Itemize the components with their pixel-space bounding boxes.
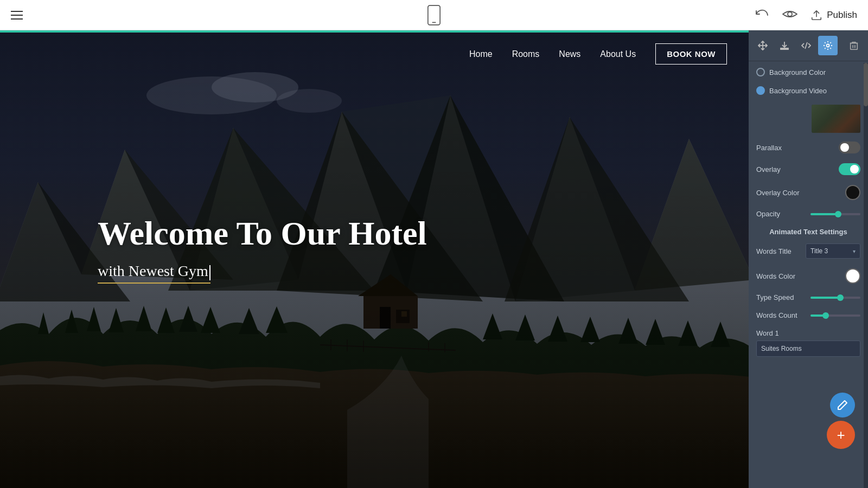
word-1-label: Word 1	[756, 329, 860, 337]
edit-icon	[837, 400, 848, 410]
text-cursor	[209, 265, 210, 280]
nav-rooms[interactable]: Rooms	[512, 49, 540, 59]
code-button[interactable]	[796, 36, 816, 55]
background-color-label: Background Color	[769, 68, 860, 76]
opacity-row: Opacity	[756, 210, 860, 218]
hamburger-menu[interactable]	[11, 11, 23, 20]
phone-icon	[426, 5, 442, 25]
thumbnail-row	[756, 105, 860, 133]
undo-button[interactable]	[755, 8, 769, 22]
words-count-slider[interactable]	[810, 314, 860, 317]
type-speed-row: Type Speed	[756, 293, 860, 301]
move-button[interactable]	[753, 36, 773, 55]
words-title-row: Words Title Title 3 ▾	[756, 243, 860, 259]
background-video-label: Background Video	[769, 87, 860, 95]
overlay-label: Overlay	[756, 165, 834, 174]
svg-line-32	[805, 42, 807, 49]
type-speed-slider[interactable]	[810, 297, 860, 299]
type-speed-fill	[810, 297, 840, 299]
topbar-right-controls: Publish	[755, 8, 857, 22]
words-count-knob[interactable]	[822, 312, 829, 319]
book-now-button[interactable]: BOOK NOW	[655, 43, 727, 65]
download-button[interactable]	[775, 36, 794, 55]
words-color-swatch[interactable]	[845, 268, 860, 284]
animated-text-heading: Animated Text Settings	[756, 228, 860, 236]
bg-color-radio[interactable]	[756, 68, 765, 76]
video-thumbnail[interactable]	[812, 105, 860, 133]
hero-text-block: Welcome To Our Hotel with Newest Gym	[98, 215, 427, 280]
nav-home[interactable]: Home	[469, 49, 493, 59]
word-1-section: Word 1	[756, 329, 860, 360]
type-speed-label: Type Speed	[756, 293, 806, 301]
words-title-value: Title 3	[810, 247, 828, 255]
opacity-slider[interactable]	[810, 213, 860, 215]
overlay-color-row: Overlay Color	[756, 185, 860, 200]
words-count-label: Words Count	[756, 311, 806, 319]
overlay-color-label: Overlay Color	[756, 189, 841, 197]
hero-title: Welcome To Our Hotel	[98, 215, 427, 252]
background-color-row: Background Color	[756, 68, 860, 76]
parallax-row: Parallax	[756, 142, 860, 153]
svg-point-2	[788, 12, 792, 16]
delete-button[interactable]	[844, 36, 864, 55]
panel-scrollbar[interactable]	[864, 63, 868, 488]
preview-button[interactable]	[782, 9, 797, 22]
words-title-label: Words Title	[756, 247, 801, 255]
fab-add-button[interactable]: +	[827, 421, 855, 449]
background-video-row: Background Video	[756, 86, 860, 95]
opacity-fill	[810, 213, 838, 215]
canvas-area: Home Rooms News About Us BOOK NOW Welcom…	[0, 30, 749, 488]
dropdown-arrow-icon: ▾	[853, 248, 856, 254]
words-title-dropdown[interactable]: Title 3 ▾	[806, 243, 860, 259]
canvas-navbar: Home Rooms News About Us BOOK NOW	[0, 30, 749, 78]
overlay-color-swatch[interactable]	[845, 185, 860, 200]
overlay-knob	[850, 165, 859, 174]
gear-button[interactable]	[818, 36, 838, 55]
type-speed-knob[interactable]	[837, 294, 844, 301]
svg-rect-34	[851, 43, 858, 50]
panel-scrollbar-thumb	[864, 63, 868, 106]
parallax-toggle[interactable]	[839, 142, 860, 153]
words-count-row: Words Count	[756, 311, 860, 319]
nav-about[interactable]: About Us	[600, 49, 636, 59]
publish-label: Publish	[827, 10, 857, 21]
words-color-row: Words Color	[756, 268, 860, 284]
settings-panel: Background Color Background Video Parall…	[749, 30, 868, 488]
parallax-label: Parallax	[756, 144, 834, 152]
fab-add-icon: +	[837, 427, 845, 444]
overlay-toggle[interactable]	[839, 163, 860, 175]
word-1-input[interactable]	[756, 341, 860, 357]
main-area: Home Rooms News About Us BOOK NOW Welcom…	[0, 30, 868, 488]
opacity-knob[interactable]	[835, 211, 841, 217]
svg-rect-0	[428, 5, 440, 25]
svg-point-33	[827, 44, 829, 47]
bg-video-radio[interactable]	[756, 86, 765, 95]
opacity-label: Opacity	[756, 210, 806, 218]
topbar: Publish	[0, 0, 868, 30]
panel-toolbar	[749, 30, 868, 61]
overlay-row: Overlay	[756, 163, 860, 175]
parallax-knob	[840, 143, 849, 152]
publish-button[interactable]: Publish	[810, 9, 857, 21]
hero-subtitle: with Newest Gym	[98, 262, 210, 280]
thumbnail-image	[812, 105, 860, 133]
words-color-label: Words Color	[756, 272, 841, 280]
fab-edit-button[interactable]	[830, 393, 855, 418]
nav-news[interactable]: News	[559, 49, 580, 59]
mobile-preview-icon[interactable]	[426, 5, 442, 25]
